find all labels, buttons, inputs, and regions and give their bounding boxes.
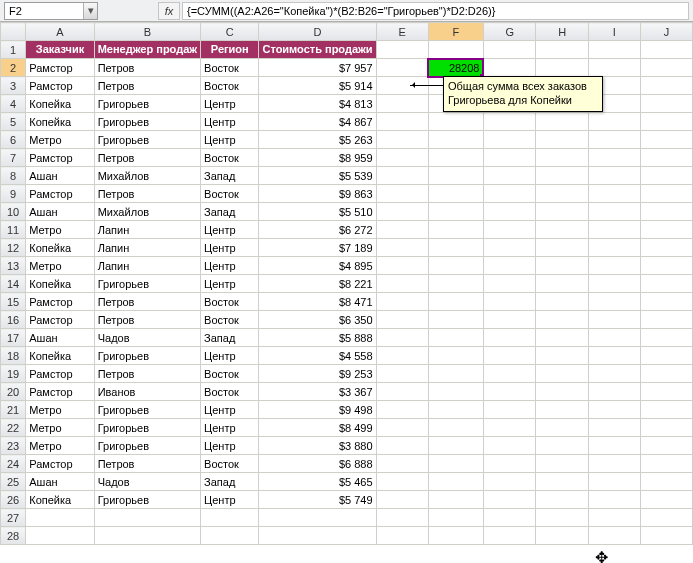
- cell[interactable]: [376, 311, 428, 329]
- table-cell[interactable]: Центр: [201, 113, 259, 131]
- cell[interactable]: [376, 365, 428, 383]
- table-cell[interactable]: Лапин: [94, 221, 200, 239]
- row-header-24[interactable]: 24: [1, 455, 26, 473]
- cell[interactable]: [483, 401, 536, 419]
- table-cell[interactable]: $5 888: [259, 329, 376, 347]
- table-cell[interactable]: Копейка: [26, 113, 94, 131]
- cell[interactable]: [536, 113, 588, 131]
- row-header-25[interactable]: 25: [1, 473, 26, 491]
- table-cell[interactable]: Восток: [201, 293, 259, 311]
- row-header-11[interactable]: 11: [1, 221, 26, 239]
- cell[interactable]: [536, 59, 588, 77]
- cell[interactable]: [640, 329, 692, 347]
- cell[interactable]: [640, 59, 692, 77]
- cell[interactable]: [536, 383, 588, 401]
- table-cell[interactable]: Центр: [201, 221, 259, 239]
- row-header-27[interactable]: 27: [1, 509, 26, 527]
- cell[interactable]: [483, 239, 536, 257]
- table-cell[interactable]: Центр: [201, 419, 259, 437]
- table-cell[interactable]: Петров: [94, 293, 200, 311]
- cell[interactable]: [588, 491, 640, 509]
- cell[interactable]: [428, 401, 483, 419]
- cell[interactable]: [536, 293, 588, 311]
- table-cell[interactable]: $5 465: [259, 473, 376, 491]
- table-cell[interactable]: Петров: [94, 455, 200, 473]
- table-cell[interactable]: Восток: [201, 77, 259, 95]
- cell[interactable]: [640, 365, 692, 383]
- table-cell[interactable]: Петров: [94, 59, 200, 77]
- cell[interactable]: [428, 491, 483, 509]
- table-cell[interactable]: $5 263: [259, 131, 376, 149]
- cell[interactable]: [376, 149, 428, 167]
- table-cell[interactable]: Михайлов: [94, 203, 200, 221]
- cell[interactable]: [640, 437, 692, 455]
- row-header-17[interactable]: 17: [1, 329, 26, 347]
- cell[interactable]: [536, 527, 588, 545]
- cell[interactable]: [640, 131, 692, 149]
- cell[interactable]: [640, 401, 692, 419]
- cell[interactable]: [376, 131, 428, 149]
- cell[interactable]: [428, 509, 483, 527]
- name-box-dropdown-icon[interactable]: ▾: [83, 3, 97, 19]
- cell[interactable]: [640, 527, 692, 545]
- cell[interactable]: [536, 185, 588, 203]
- column-header-J[interactable]: J: [640, 23, 692, 41]
- cell[interactable]: [588, 293, 640, 311]
- row-header-4[interactable]: 4: [1, 95, 26, 113]
- cell[interactable]: [536, 149, 588, 167]
- cell[interactable]: [588, 383, 640, 401]
- table-cell[interactable]: $4 813: [259, 95, 376, 113]
- table-cell[interactable]: Восток: [201, 383, 259, 401]
- cell[interactable]: [428, 275, 483, 293]
- table-cell[interactable]: Запад: [201, 473, 259, 491]
- table-cell[interactable]: Метро: [26, 131, 94, 149]
- table-cell[interactable]: Григорьев: [94, 131, 200, 149]
- cell[interactable]: [483, 455, 536, 473]
- table-cell[interactable]: $9 498: [259, 401, 376, 419]
- cell[interactable]: [640, 347, 692, 365]
- cell[interactable]: [94, 527, 200, 545]
- cell[interactable]: [483, 149, 536, 167]
- cell[interactable]: [483, 275, 536, 293]
- column-header-E[interactable]: E: [376, 23, 428, 41]
- row-header-16[interactable]: 16: [1, 311, 26, 329]
- table-cell[interactable]: Ашан: [26, 203, 94, 221]
- spreadsheet-grid[interactable]: ABCDEFGHIJ1ЗаказчикМенеджер продажРегион…: [0, 22, 693, 563]
- cell[interactable]: [428, 365, 483, 383]
- cell[interactable]: [536, 491, 588, 509]
- cell[interactable]: [588, 59, 640, 77]
- cell[interactable]: [201, 509, 259, 527]
- cell[interactable]: [428, 149, 483, 167]
- table-cell[interactable]: $8 221: [259, 275, 376, 293]
- cell[interactable]: [376, 167, 428, 185]
- table-cell[interactable]: Метро: [26, 419, 94, 437]
- table-cell[interactable]: $3 880: [259, 437, 376, 455]
- cell[interactable]: [640, 311, 692, 329]
- table-cell[interactable]: Восток: [201, 311, 259, 329]
- table-cell[interactable]: Петров: [94, 149, 200, 167]
- table-cell[interactable]: $5 749: [259, 491, 376, 509]
- cell[interactable]: [588, 239, 640, 257]
- cell[interactable]: [588, 167, 640, 185]
- result-cell[interactable]: 28208: [428, 59, 483, 77]
- table-cell[interactable]: Центр: [201, 347, 259, 365]
- cell[interactable]: [376, 293, 428, 311]
- formula-input[interactable]: {=СУММ((A2:A26="Копейка")*(B2:B26="Григо…: [182, 2, 689, 20]
- table-cell[interactable]: Запад: [201, 203, 259, 221]
- cell[interactable]: [588, 131, 640, 149]
- table-cell[interactable]: Чадов: [94, 329, 200, 347]
- row-header-28[interactable]: 28: [1, 527, 26, 545]
- table-cell[interactable]: Метро: [26, 401, 94, 419]
- cell[interactable]: [588, 329, 640, 347]
- cell[interactable]: [483, 293, 536, 311]
- cell[interactable]: [536, 419, 588, 437]
- cell[interactable]: [483, 347, 536, 365]
- cell[interactable]: [536, 473, 588, 491]
- cell[interactable]: [536, 401, 588, 419]
- cell[interactable]: [376, 527, 428, 545]
- table-cell[interactable]: Копейка: [26, 239, 94, 257]
- table-cell[interactable]: $4 867: [259, 113, 376, 131]
- cell[interactable]: [376, 401, 428, 419]
- row-header-5[interactable]: 5: [1, 113, 26, 131]
- table-cell[interactable]: Григорьев: [94, 95, 200, 113]
